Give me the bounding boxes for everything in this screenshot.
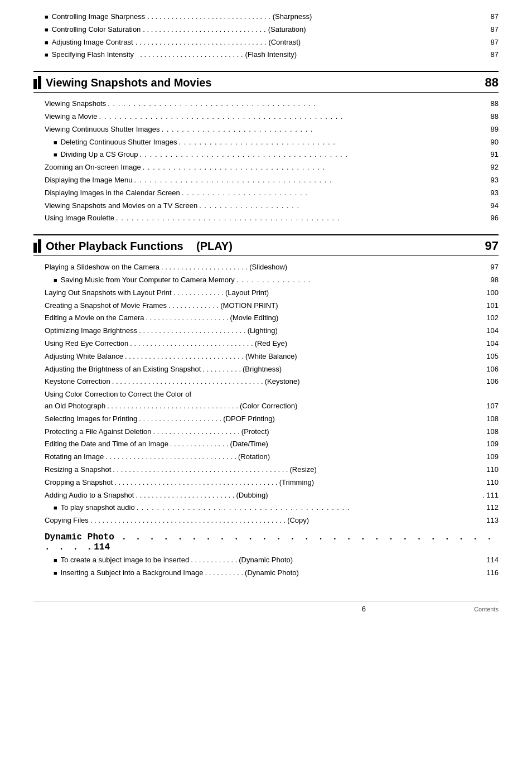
entry-text: Displaying the Image Menu <box>45 175 133 186</box>
entry-label: (Brightness) <box>243 364 282 375</box>
entry-text: Controlling Image Sharpness <box>52 11 146 23</box>
list-item: Creating a Snapshot of Movie Frames . . … <box>33 300 499 312</box>
page-number: 112 <box>486 502 499 514</box>
bullet-icon: ■ <box>45 50 49 60</box>
entry-text: Optimizing Image Brightness <box>45 325 137 337</box>
entry-text: Editing the Date and Time of an Image <box>45 438 168 450</box>
list-item: ■ To create a subject image to be insert… <box>33 555 499 566</box>
list-item: Copying Files . . . . . . . . . . . . . … <box>33 515 499 527</box>
page-number: 93 <box>491 175 499 186</box>
entry-text: Viewing Snapshots <box>45 98 106 110</box>
list-item: Viewing Snapshots and Movies on a TV Scr… <box>33 200 499 212</box>
bullet-icon: ■ <box>54 568 57 578</box>
entry-text: Copying Files <box>45 515 89 527</box>
entry-text: Inserting a Subject into a Background Im… <box>61 567 204 579</box>
dots: . . . . . . . . . . . . . . . . . . . . … <box>114 213 491 224</box>
page-number: 110 <box>486 464 499 476</box>
footer-label: Contents <box>474 606 499 613</box>
section-title: Other Playback Functions <box>46 240 183 253</box>
dots: . . . . . . . . . . <box>203 567 245 579</box>
page-number: 114 <box>486 555 499 566</box>
footer: 6 Contents <box>33 601 499 613</box>
dots: . . . . . . . . . . . . . . . . . . . . … <box>106 98 490 110</box>
entry-label: (Dubbing) <box>236 490 268 502</box>
entry-text: Using Color Correction to Correct the Co… <box>45 389 191 401</box>
bullet-icon: ■ <box>54 138 57 148</box>
page-number: 96 <box>491 213 499 224</box>
bullet-icon: ■ <box>45 12 49 22</box>
entry-label: (Movie Editing) <box>230 312 279 324</box>
dots: . . . . . . . . . . . . . . . . . . . . … <box>123 351 245 363</box>
entry-text: Laying Out Snapshots with Layout Print <box>45 287 172 299</box>
entry-text: Resizing a Snapshot <box>45 464 111 476</box>
entry-text: Displaying Images in the Calendar Screen <box>45 187 180 199</box>
list-item: Viewing a Movie . . . . . . . . . . . . … <box>33 111 499 123</box>
page-number: 88 <box>491 98 499 110</box>
dots: . . . . . . . . . . . . . . . . . . . . … <box>138 149 490 161</box>
entry-label: (Dynamic Photo) <box>245 567 299 579</box>
dots: . . . . . . . . . . . . . . . <box>168 438 230 450</box>
list-item: Viewing Continuous Shutter Images . . . … <box>33 124 499 136</box>
page-number: 108 <box>486 426 499 438</box>
bullet-icon: ■ <box>54 150 57 160</box>
dots: . . . . . . . . . . . . . . . <box>235 274 491 286</box>
section-page: 97 <box>485 239 499 253</box>
entry-label: (Lighting) <box>248 325 278 337</box>
entry-label: (Color Correction) <box>240 401 297 412</box>
dots: . . . . . . . . . . . . . . . . . . . . … <box>141 24 265 36</box>
entry-text: Controlling Color Saturation <box>52 24 141 36</box>
page-number: 108 <box>486 413 499 425</box>
dots: . . . . . . . . . . . . . <box>167 300 220 312</box>
dynamic-photo-page: 114 <box>94 542 110 552</box>
page-number: 100 <box>486 287 499 299</box>
page-number: 92 <box>491 162 499 173</box>
entry-text: Selecting Images for Printing <box>45 413 137 425</box>
section-header-viewing: Viewing Snapshots and Movies 88 <box>33 71 499 93</box>
dots: . . . . . . . . . . . . . . . . . . . . … <box>180 187 491 199</box>
footer-page-number: 6 <box>254 605 474 613</box>
list-item: Using Red Eye Correction . . . . . . . .… <box>33 338 499 350</box>
list-item: Using Image Roulette . . . . . . . . . .… <box>33 213 499 224</box>
list-item: Protecting a File Against Deletion . . .… <box>33 426 499 438</box>
entry-text: Viewing Continuous Shutter Images <box>45 124 159 136</box>
section-page: 88 <box>485 75 499 90</box>
entry-label: (Copy) <box>287 515 309 527</box>
list-item: Using Color Correction to Correct the Co… <box>33 389 499 401</box>
entry-text: Protecting a File Against Deletion <box>45 426 152 438</box>
entry-text: Creating a Snapshot of Movie Frames <box>45 300 167 312</box>
list-item: Displaying the Image Menu . . . . . . . … <box>33 175 499 186</box>
page-number: 102 <box>486 312 499 324</box>
entry-label: (White Balance) <box>245 351 297 363</box>
list-item: Selecting Images for Printing . . . . . … <box>33 413 499 425</box>
page-number: 113 <box>486 515 499 527</box>
entry-label: (Keystone) <box>265 376 300 388</box>
list-item: Keystone Correction . . . . . . . . . . … <box>33 376 499 388</box>
section-icon <box>33 239 41 253</box>
dynamic-photo-entries: ■ To create a subject image to be insert… <box>33 555 499 579</box>
dots: . . . . . . . . . . . . . . . . . . . . … <box>89 515 287 527</box>
dots: . . . . . . . . . . . . . . . . . . . . … <box>152 426 241 438</box>
entry-text: Adjusting Image Contrast <box>52 37 133 49</box>
list-item: Optimizing Image Brightness . . . . . . … <box>33 325 499 337</box>
entry-label: (Rotation) <box>238 451 270 463</box>
entry-label: (Flash Intensity) <box>243 49 297 61</box>
list-item: Editing the Date and Time of an Image . … <box>33 438 499 450</box>
page-number: 93 <box>491 187 499 199</box>
bullet-icon: ■ <box>54 556 57 566</box>
entry-text: Zooming an On-screen Image <box>45 162 141 173</box>
list-item: ■ To play snapshot audio . . . . . . . .… <box>33 502 499 514</box>
dots: . . . . . . . . . . . . . . . . . . . . … <box>144 312 230 324</box>
icon-bar <box>38 76 41 89</box>
list-item: Editing a Movie on the Camera . . . . . … <box>33 312 499 324</box>
page-number: 101 <box>486 300 499 312</box>
dots: . . . . . . . . . . . . . . . . . . . . … <box>111 464 289 476</box>
dots: . . . . . . . . . . . . . . . . . . . . … <box>137 413 223 425</box>
list-item: Adjusting White Balance . . . . . . . . … <box>33 351 499 363</box>
page-number: 106 <box>486 376 499 388</box>
list-item: Laying Out Snapshots with Layout Print .… <box>33 287 499 299</box>
dots: . . . . . . . . . . . . . . . . . . . . … <box>145 11 270 23</box>
dots: . . . . . . . . . . . . . . . . . . . . … <box>137 325 247 337</box>
page-number: 90 <box>491 137 499 148</box>
page-number: 87 <box>491 11 499 23</box>
section-title: Viewing Snapshots and Movies <box>46 76 211 89</box>
